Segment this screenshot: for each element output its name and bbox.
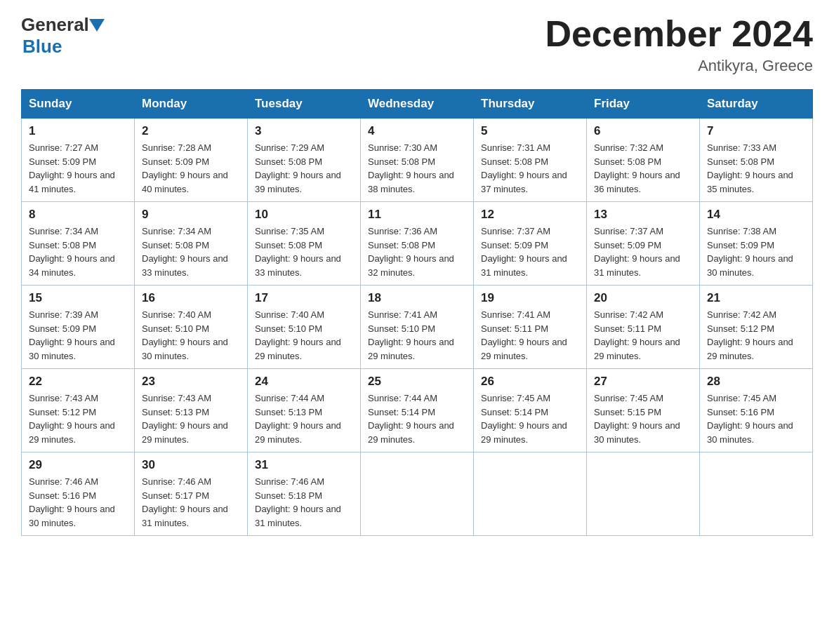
day-number: 8 xyxy=(29,208,127,222)
day-number: 11 xyxy=(368,208,466,222)
day-info: Sunrise: 7:42 AMSunset: 5:12 PMDaylight:… xyxy=(707,308,805,363)
day-number: 13 xyxy=(594,208,692,222)
day-info: Sunrise: 7:43 AMSunset: 5:12 PMDaylight:… xyxy=(29,391,127,446)
calendar-cell: 24Sunrise: 7:44 AMSunset: 5:13 PMDayligh… xyxy=(248,369,361,452)
day-number: 1 xyxy=(29,124,127,138)
calendar-cell: 26Sunrise: 7:45 AMSunset: 5:14 PMDayligh… xyxy=(474,369,587,452)
calendar-cell: 12Sunrise: 7:37 AMSunset: 5:09 PMDayligh… xyxy=(474,202,587,286)
calendar-header-row: SundayMondayTuesdayWednesdayThursdayFrid… xyxy=(22,90,813,119)
day-number: 4 xyxy=(368,124,466,138)
day-number: 9 xyxy=(142,208,240,222)
day-number: 10 xyxy=(255,208,353,222)
calendar-week-row: 22Sunrise: 7:43 AMSunset: 5:12 PMDayligh… xyxy=(22,369,813,452)
logo-arrow-icon xyxy=(89,19,105,32)
day-number: 31 xyxy=(255,458,353,472)
calendar-table: SundayMondayTuesdayWednesdayThursdayFrid… xyxy=(21,89,813,536)
calendar-cell: 30Sunrise: 7:46 AMSunset: 5:17 PMDayligh… xyxy=(135,452,248,536)
day-number: 27 xyxy=(594,375,692,389)
calendar-cell: 15Sunrise: 7:39 AMSunset: 5:09 PMDayligh… xyxy=(22,286,135,369)
day-number: 22 xyxy=(29,375,127,389)
day-info: Sunrise: 7:30 AMSunset: 5:08 PMDaylight:… xyxy=(368,141,466,196)
calendar-cell: 22Sunrise: 7:43 AMSunset: 5:12 PMDayligh… xyxy=(22,369,135,452)
col-header-friday: Friday xyxy=(587,90,700,119)
calendar-cell: 25Sunrise: 7:44 AMSunset: 5:14 PMDayligh… xyxy=(361,369,474,452)
day-info: Sunrise: 7:45 AMSunset: 5:15 PMDaylight:… xyxy=(594,391,692,446)
calendar-cell: 20Sunrise: 7:42 AMSunset: 5:11 PMDayligh… xyxy=(587,286,700,369)
calendar-cell: 2Sunrise: 7:28 AMSunset: 5:09 PMDaylight… xyxy=(135,119,248,202)
col-header-thursday: Thursday xyxy=(474,90,587,119)
day-info: Sunrise: 7:29 AMSunset: 5:08 PMDaylight:… xyxy=(255,141,353,196)
day-number: 25 xyxy=(368,375,466,389)
calendar-week-row: 8Sunrise: 7:34 AMSunset: 5:08 PMDaylight… xyxy=(22,202,813,286)
calendar-cell xyxy=(361,452,474,536)
day-info: Sunrise: 7:32 AMSunset: 5:08 PMDaylight:… xyxy=(594,141,692,196)
day-info: Sunrise: 7:41 AMSunset: 5:11 PMDaylight:… xyxy=(481,308,579,363)
day-number: 18 xyxy=(368,291,466,305)
day-number: 20 xyxy=(594,291,692,305)
calendar-cell: 8Sunrise: 7:34 AMSunset: 5:08 PMDaylight… xyxy=(22,202,135,286)
logo-blue-text: Blue xyxy=(22,36,62,57)
day-info: Sunrise: 7:39 AMSunset: 5:09 PMDaylight:… xyxy=(29,308,127,363)
calendar-cell: 27Sunrise: 7:45 AMSunset: 5:15 PMDayligh… xyxy=(587,369,700,452)
day-info: Sunrise: 7:42 AMSunset: 5:11 PMDaylight:… xyxy=(594,308,692,363)
calendar-cell: 28Sunrise: 7:45 AMSunset: 5:16 PMDayligh… xyxy=(700,369,813,452)
col-header-tuesday: Tuesday xyxy=(248,90,361,119)
calendar-cell: 10Sunrise: 7:35 AMSunset: 5:08 PMDayligh… xyxy=(248,202,361,286)
calendar-cell: 1Sunrise: 7:27 AMSunset: 5:09 PMDaylight… xyxy=(22,119,135,202)
day-info: Sunrise: 7:41 AMSunset: 5:10 PMDaylight:… xyxy=(368,308,466,363)
calendar-cell: 29Sunrise: 7:46 AMSunset: 5:16 PMDayligh… xyxy=(22,452,135,536)
day-number: 3 xyxy=(255,124,353,138)
day-number: 26 xyxy=(481,375,579,389)
day-info: Sunrise: 7:37 AMSunset: 5:09 PMDaylight:… xyxy=(594,224,692,279)
calendar-cell: 16Sunrise: 7:40 AMSunset: 5:10 PMDayligh… xyxy=(135,286,248,369)
calendar-cell: 6Sunrise: 7:32 AMSunset: 5:08 PMDaylight… xyxy=(587,119,700,202)
day-number: 29 xyxy=(29,458,127,472)
calendar-cell: 18Sunrise: 7:41 AMSunset: 5:10 PMDayligh… xyxy=(361,286,474,369)
day-number: 28 xyxy=(707,375,805,389)
day-number: 23 xyxy=(142,375,240,389)
day-info: Sunrise: 7:44 AMSunset: 5:14 PMDaylight:… xyxy=(368,391,466,446)
day-info: Sunrise: 7:35 AMSunset: 5:08 PMDaylight:… xyxy=(255,224,353,279)
calendar-cell xyxy=(587,452,700,536)
svg-marker-0 xyxy=(89,19,105,32)
day-number: 15 xyxy=(29,291,127,305)
calendar-week-row: 29Sunrise: 7:46 AMSunset: 5:16 PMDayligh… xyxy=(22,452,813,536)
day-info: Sunrise: 7:27 AMSunset: 5:09 PMDaylight:… xyxy=(29,141,127,196)
col-header-saturday: Saturday xyxy=(700,90,813,119)
day-number: 21 xyxy=(707,291,805,305)
day-number: 12 xyxy=(481,208,579,222)
day-info: Sunrise: 7:45 AMSunset: 5:14 PMDaylight:… xyxy=(481,391,579,446)
day-number: 24 xyxy=(255,375,353,389)
day-number: 5 xyxy=(481,124,579,138)
col-header-sunday: Sunday xyxy=(22,90,135,119)
calendar-cell: 3Sunrise: 7:29 AMSunset: 5:08 PMDaylight… xyxy=(248,119,361,202)
calendar-cell: 14Sunrise: 7:38 AMSunset: 5:09 PMDayligh… xyxy=(700,202,813,286)
day-info: Sunrise: 7:46 AMSunset: 5:18 PMDaylight:… xyxy=(255,475,353,530)
calendar-cell: 13Sunrise: 7:37 AMSunset: 5:09 PMDayligh… xyxy=(587,202,700,286)
calendar-week-row: 15Sunrise: 7:39 AMSunset: 5:09 PMDayligh… xyxy=(22,286,813,369)
day-info: Sunrise: 7:45 AMSunset: 5:16 PMDaylight:… xyxy=(707,391,805,446)
day-number: 17 xyxy=(255,291,353,305)
calendar-cell: 9Sunrise: 7:34 AMSunset: 5:08 PMDaylight… xyxy=(135,202,248,286)
calendar-cell: 4Sunrise: 7:30 AMSunset: 5:08 PMDaylight… xyxy=(361,119,474,202)
day-number: 19 xyxy=(481,291,579,305)
calendar-cell: 11Sunrise: 7:36 AMSunset: 5:08 PMDayligh… xyxy=(361,202,474,286)
day-info: Sunrise: 7:33 AMSunset: 5:08 PMDaylight:… xyxy=(707,141,805,196)
calendar-cell: 17Sunrise: 7:40 AMSunset: 5:10 PMDayligh… xyxy=(248,286,361,369)
logo: General Blue xyxy=(21,14,105,58)
day-info: Sunrise: 7:28 AMSunset: 5:09 PMDaylight:… xyxy=(142,141,240,196)
day-info: Sunrise: 7:37 AMSunset: 5:09 PMDaylight:… xyxy=(481,224,579,279)
calendar-cell: 7Sunrise: 7:33 AMSunset: 5:08 PMDaylight… xyxy=(700,119,813,202)
day-info: Sunrise: 7:46 AMSunset: 5:16 PMDaylight:… xyxy=(29,475,127,530)
logo-general-text: General xyxy=(21,14,89,36)
day-number: 14 xyxy=(707,208,805,222)
page-header: General Blue December 2024 Antikyra, Gre… xyxy=(21,14,813,75)
day-number: 30 xyxy=(142,458,240,472)
day-info: Sunrise: 7:38 AMSunset: 5:09 PMDaylight:… xyxy=(707,224,805,279)
day-info: Sunrise: 7:34 AMSunset: 5:08 PMDaylight:… xyxy=(142,224,240,279)
day-info: Sunrise: 7:34 AMSunset: 5:08 PMDaylight:… xyxy=(29,224,127,279)
day-info: Sunrise: 7:44 AMSunset: 5:13 PMDaylight:… xyxy=(255,391,353,446)
location: Antikyra, Greece xyxy=(545,57,813,75)
title-block: December 2024 Antikyra, Greece xyxy=(545,14,813,75)
day-info: Sunrise: 7:40 AMSunset: 5:10 PMDaylight:… xyxy=(142,308,240,363)
